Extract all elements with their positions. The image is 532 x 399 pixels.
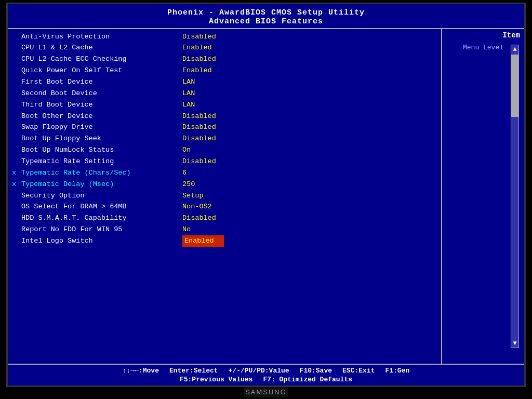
row-value[interactable]: Disabled (182, 31, 224, 43)
row-value[interactable]: Enabled (182, 65, 224, 76)
bios-row[interactable]: Anti-Virus ProtectionDisabled (12, 31, 437, 43)
row-value[interactable]: Enabled (182, 235, 224, 247)
row-value[interactable]: Disabled (182, 122, 224, 133)
row-value[interactable]: Disabled (182, 212, 224, 224)
footer-key: F1:Gen (385, 367, 409, 375)
row-value[interactable]: Non-OS2 (182, 201, 224, 212)
row-value[interactable]: Disabled (182, 111, 224, 122)
scroll-thumb (511, 55, 518, 117)
bios-row[interactable]: Quick Power On Self TestEnabled (12, 65, 437, 76)
bios-row[interactable]: Report No FDD For WIN 95No (12, 224, 437, 235)
footer-key: +/-/PU/PD:Value (229, 367, 289, 375)
bios-row[interactable]: Intel Logo SwitchEnabled (12, 235, 437, 247)
bios-row[interactable]: Security OptionSetup (12, 190, 437, 202)
bios-row[interactable]: Swap Floppy DriveDisabled (12, 122, 437, 133)
bios-row[interactable]: Boot Other DeviceDisabled (12, 111, 437, 122)
row-label: Boot Up Floppy Seek (21, 133, 182, 144)
row-label: OS Select For DRAM > 64MB (21, 201, 182, 212)
footer-key: F10:Save (300, 367, 332, 375)
bios-row[interactable]: CPU L1 & L2 CacheEnabled (12, 42, 437, 54)
row-label: Report No FDD For WIN 95 (21, 224, 182, 235)
row-label: Second Boot Device (21, 88, 182, 99)
bios-row[interactable]: Typematic Rate SettingDisabled (12, 156, 437, 167)
brand-bar: SAMSUNG (244, 387, 288, 397)
footer-key: ESC:Exit (342, 367, 375, 375)
bios-row[interactable]: Boot Up NumLock StatusOn (12, 144, 437, 156)
footer-row: ↑↓→←:MoveEnter:Select+/-/PU/PD:ValueF10:… (13, 367, 519, 375)
row-value[interactable]: 250 (182, 179, 224, 190)
scroll-down-icon[interactable]: ▼ (513, 340, 516, 347)
row-label: HDD S.M.A.R.T. Capability (21, 212, 182, 224)
row-label: Anti-Virus Protection (21, 31, 182, 43)
row-prefix: x (12, 179, 21, 190)
footer: ↑↓→←:MoveEnter:Select+/-/PU/PD:ValueF10:… (8, 364, 524, 385)
subtitle: Advanced BIOS Features (8, 17, 524, 26)
footer-key: F7: Optimized Defaults (263, 376, 352, 383)
row-value[interactable]: LAN (182, 76, 224, 88)
bios-row[interactable]: Second Boot DeviceLAN (12, 88, 437, 99)
footer-key: F5:Previous Values (180, 376, 252, 383)
row-label: Boot Other Device (21, 111, 182, 122)
row-value[interactable]: 6 (182, 167, 224, 179)
footer-key: Enter:Select (169, 367, 218, 375)
row-label: Intel Logo Switch (21, 235, 182, 247)
bios-row[interactable]: xTypematic Delay (Msec)250 (12, 179, 437, 190)
row-value[interactable]: LAN (182, 88, 224, 99)
row-label: Quick Power On Self Test (21, 65, 182, 76)
row-value[interactable]: Setup (182, 190, 224, 202)
row-label: CPU L2 Cache ECC Checking (21, 54, 182, 65)
bios-row[interactable]: HDD S.M.A.R.T. CapabilityDisabled (12, 212, 437, 224)
scroll-up-icon[interactable]: ▲ (513, 46, 516, 52)
row-label: Typematic Rate Setting (21, 156, 182, 167)
row-value[interactable]: Disabled (182, 54, 224, 65)
scrollbar[interactable]: ▲ ▼ (511, 45, 519, 348)
row-value[interactable]: Enabled (182, 42, 224, 54)
bios-settings-panel: Anti-Virus ProtectionDisabled CPU L1 & L… (8, 29, 441, 364)
row-value[interactable]: No (182, 224, 224, 235)
menu-level-label: Menu Level (446, 44, 520, 51)
title-bar: Phoenix - AwardBIOS CMOS Setup Utility A… (8, 4, 524, 28)
row-value[interactable]: Disabled (182, 156, 224, 167)
bios-row[interactable]: xTypematic Rate (Chars/Sec)6 (12, 167, 437, 179)
row-label: Typematic Rate (Chars/Sec) (21, 167, 182, 179)
main-title: Phoenix - AwardBIOS CMOS Setup Utility (8, 8, 524, 17)
row-prefix: x (12, 167, 21, 179)
bios-row[interactable]: OS Select For DRAM > 64MBNon-OS2 (12, 201, 437, 212)
row-label: First Boot Device (21, 76, 182, 88)
row-label: CPU L1 & L2 Cache (21, 42, 182, 54)
bios-row[interactable]: First Boot DeviceLAN (12, 76, 437, 88)
row-label: Typematic Delay (Msec) (21, 179, 182, 190)
row-value[interactable]: Disabled (182, 133, 224, 144)
row-label: Security Option (21, 190, 182, 202)
right-panel: Item Menu Level ▲ ▼ (441, 29, 524, 364)
row-label: Swap Floppy Drive (21, 122, 182, 133)
item-header: Item (446, 31, 520, 39)
bios-row[interactable]: CPU L2 Cache ECC CheckingDisabled (12, 54, 437, 65)
bios-row[interactable]: Third Boot DeviceLAN (12, 99, 437, 111)
row-label: Third Boot Device (21, 99, 182, 111)
footer-row: F5:Previous ValuesF7: Optimized Defaults (13, 376, 519, 383)
row-value[interactable]: On (182, 144, 224, 156)
row-label: Boot Up NumLock Status (21, 144, 182, 156)
footer-key: ↑↓→←:Move (123, 367, 159, 375)
row-value[interactable]: LAN (182, 99, 224, 111)
bios-row[interactable]: Boot Up Floppy SeekDisabled (12, 133, 437, 144)
